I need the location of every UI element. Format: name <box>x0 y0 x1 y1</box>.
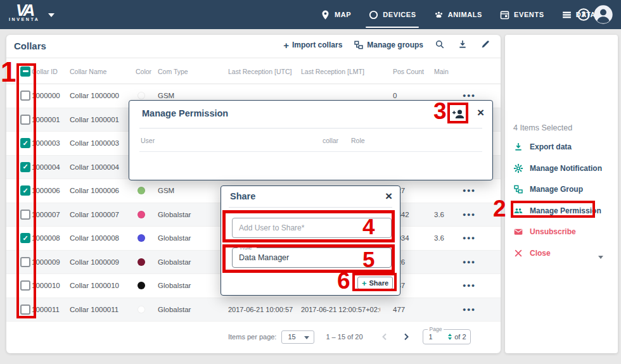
items-per-page-select[interactable]: 15 <box>281 330 314 344</box>
annotation-6: 6 <box>337 269 350 292</box>
items-per-page-label: Items per page: <box>228 333 276 341</box>
divider <box>139 128 482 129</box>
color-dot <box>138 282 145 289</box>
annotation-box-6 <box>352 273 397 291</box>
top-navbar: VA INVENTA MAPDEVICESANIMALSEVENTSDATA ? <box>0 0 621 29</box>
cell-collar-id: 1000003 <box>32 132 70 155</box>
side-action-export-data[interactable]: Export data <box>513 141 602 153</box>
nav-item-events[interactable]: EVENTS <box>499 0 544 29</box>
row-menu-button[interactable]: ●●● <box>463 211 476 218</box>
import-collars-button[interactable]: + Import collars <box>283 40 342 51</box>
group-hierarchy-icon <box>354 40 364 50</box>
annotation-box-5 <box>222 244 395 273</box>
download-icon <box>513 142 523 152</box>
nav-item-label: ANIMALS <box>448 11 482 18</box>
row-menu-button[interactable]: ●●● <box>463 306 476 313</box>
spinner-down-icon <box>448 337 452 340</box>
col-color: Color <box>133 59 157 84</box>
chevron-down-icon <box>304 336 309 339</box>
cell-color <box>133 274 157 298</box>
share-modal-close-icon[interactable]: × <box>385 191 392 201</box>
collar-icon <box>368 9 379 20</box>
cell-collar-name: Collar 1000011 <box>70 298 133 322</box>
edit-pencil-icon[interactable] <box>480 39 492 51</box>
next-page-button[interactable] <box>402 333 410 341</box>
side-actions: Export dataManage NotificationManage Gro… <box>513 141 602 260</box>
cell-collar-id: 1000008 <box>32 227 70 250</box>
brand-logo[interactable]: VA INVENTA <box>9 2 54 22</box>
nav-item-map[interactable]: MAP <box>320 0 351 29</box>
side-action-manage-group[interactable]: Manage Group <box>513 183 602 196</box>
cell-main-v <box>425 179 450 203</box>
color-dot <box>138 306 145 313</box>
col-main-v: Main [V <box>425 59 450 84</box>
side-action-label: Manage Notification <box>530 164 602 173</box>
row-menu-button[interactable]: ●●● <box>463 187 476 194</box>
cell-collar-name: Collar 1000007 <box>70 203 133 227</box>
nav-item-animals[interactable]: ANIMALS <box>433 0 482 29</box>
cell-main-v <box>425 251 450 274</box>
manage-permission-title: Manage Permission <box>142 108 228 118</box>
annotation-3: 3 <box>433 99 447 123</box>
spinner-up-icon <box>448 334 452 336</box>
color-dot <box>138 234 145 242</box>
annotation-1: 1 <box>1 58 16 86</box>
cell-collar-id: 1000007 <box>32 203 70 227</box>
row-menu-button[interactable]: ●●● <box>463 282 476 289</box>
help-icon[interactable]: ? <box>577 8 591 22</box>
prev-page-button[interactable] <box>381 333 388 341</box>
cell-com-type: Globalstar <box>157 227 223 250</box>
row-menu-button[interactable]: ●●● <box>463 92 476 99</box>
row-menu-button[interactable]: ●●● <box>463 259 476 265</box>
download-icon[interactable] <box>458 39 469 51</box>
cell-main-v <box>425 298 450 322</box>
items-selected-text: 4 Items Selected <box>513 123 572 132</box>
manage-permission-close-icon[interactable]: × <box>477 108 484 118</box>
mail-icon <box>513 227 523 237</box>
side-action-close[interactable]: Close <box>513 247 602 260</box>
cell-collar-id: 1000004 <box>32 156 70 179</box>
annotation-2: 2 <box>493 197 506 220</box>
chevron-down-icon <box>598 256 603 259</box>
side-action-label: Manage Group <box>530 185 583 194</box>
cell-last-lmt: 2017-06-21 12:00:57+02:00 <box>296 298 380 322</box>
col-collar-id: Collar ID <box>32 59 70 84</box>
annotation-box-3 <box>447 103 468 123</box>
page-total: of 2 <box>454 333 466 341</box>
cell-collar-name: Collar 1000006 <box>70 179 133 203</box>
cell-collar-id: 1000000 <box>32 84 70 108</box>
cell-collar-name: Collar 1000004 <box>70 156 133 179</box>
list-icon <box>561 9 572 20</box>
annotation-box-4 <box>222 210 395 242</box>
mp-col-user: User <box>141 137 155 144</box>
table-header-row: Collar ID Collar Name Color Com Type Las… <box>6 59 501 84</box>
side-action-unsubscribe[interactable]: Unsubscribe <box>513 225 602 238</box>
row-menu-button[interactable]: ●●● <box>463 235 476 241</box>
nav-item-label: EVENTS <box>514 11 544 18</box>
col-last-lmt: Last Reception [LMT] <box>296 59 380 84</box>
color-dot <box>138 211 145 218</box>
nav-item-label: DEVICES <box>383 11 416 18</box>
cell-collar-name: Collar 1000008 <box>70 227 133 250</box>
cell-main-v: 3.6 <box>425 203 450 227</box>
page-number-field[interactable]: Page 1 of 2 <box>423 329 471 344</box>
cell-last-utc: 2017-06-21 10:00:57 <box>223 298 296 322</box>
map-pin-icon <box>320 9 331 20</box>
manage-groups-button[interactable]: Manage groups <box>354 40 423 50</box>
brand-dropdown-caret-icon[interactable] <box>48 13 54 17</box>
side-action-label: Close <box>530 249 551 258</box>
page-spinner[interactable] <box>448 334 452 340</box>
side-action-manage-notification[interactable]: Manage Notification <box>513 162 602 175</box>
mp-col-collar: collar <box>323 137 338 144</box>
search-icon[interactable] <box>435 39 446 51</box>
nav-item-devices[interactable]: DEVICES <box>368 0 416 29</box>
cell-main-v <box>425 274 450 298</box>
cell-collar-name: Collar 1000001 <box>70 108 133 132</box>
user-avatar[interactable] <box>593 4 613 25</box>
annotation-box-1 <box>16 63 36 318</box>
cell-com-type: Globalstar <box>157 251 223 274</box>
col-last-utc: Last Reception [UTC] <box>223 59 296 84</box>
mp-col-role: Role <box>351 137 365 144</box>
cell-color <box>133 179 157 203</box>
screen: VA INVENTA MAPDEVICESANIMALSEVENTSDATA ?… <box>0 0 621 364</box>
